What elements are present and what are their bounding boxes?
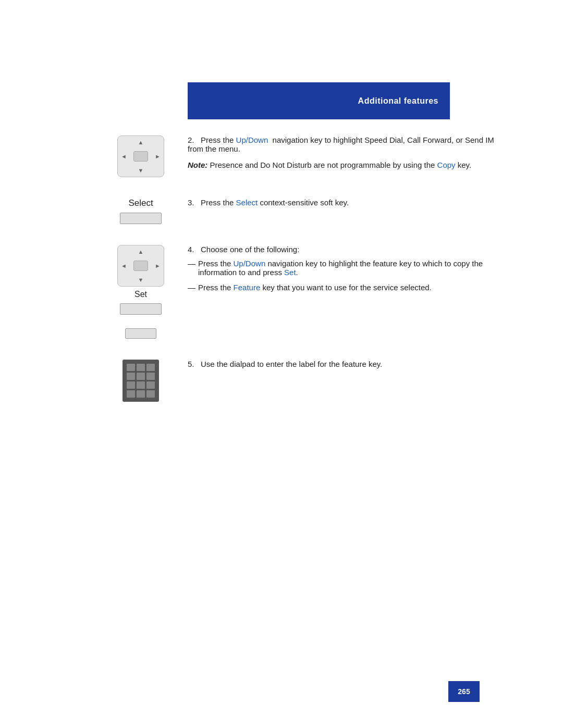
- step-3-row: Select 3. Press the Select context-sensi…: [104, 198, 495, 224]
- nav-key-icon: ▲ ▼ ◄ ►: [117, 135, 164, 177]
- arrow-right-icon: ►: [155, 153, 161, 159]
- step-4-intro: 4. Choose one of the following:: [188, 245, 495, 254]
- step4-arrow-left-icon: ◄: [121, 263, 127, 269]
- step-4-bullet-2: — Press the Feature key that you want to…: [188, 283, 495, 292]
- step-4-nav-key-icon: ▲ ▼ ◄ ►: [117, 245, 164, 287]
- feature-key-btn: [125, 328, 156, 339]
- bullet-dash-1: —: [188, 259, 198, 277]
- dialpad-icon: [123, 360, 159, 402]
- dialpad-key-3: [146, 364, 155, 371]
- dialpad-key-5: [137, 373, 145, 380]
- dialpad-key-12: [146, 390, 155, 398]
- step-5-row: 5. Use the dialpad to enter the label fo…: [104, 360, 495, 402]
- step-5-text: 5. Use the dialpad to enter the label fo…: [177, 360, 495, 368]
- step-2-icon: ▲ ▼ ◄ ►: [104, 135, 177, 177]
- step4-arrow-down-icon: ▼: [138, 277, 144, 283]
- bullet-1-text: Press the Up/Down navigation key to high…: [198, 259, 495, 277]
- dialpad-key-9: [146, 381, 155, 389]
- step-2-content: 2. Press the Up/Down navigation key to h…: [188, 135, 495, 153]
- step-5-icon: [104, 360, 177, 402]
- select-label: Select: [128, 198, 153, 208]
- step4-arrow-up-icon: ▲: [138, 249, 144, 255]
- step-4-nav-group: ▲ ▼ ◄ ► Set: [117, 245, 164, 315]
- step-3-number: 3. Press the: [188, 198, 236, 207]
- arrow-down-icon: ▼: [138, 167, 144, 174]
- step4-nav-center-button: [133, 261, 148, 271]
- select-soft-key-btn: [120, 213, 162, 224]
- dialpad-key-4: [127, 373, 135, 380]
- bullet-2-feature: Feature: [234, 283, 261, 292]
- step-2-row: ▲ ▼ ◄ ► 2. Press the Up/Down navigation …: [104, 135, 495, 177]
- step-2-updown: Up/Down: [236, 135, 268, 144]
- bullet-1-set: Set: [284, 268, 296, 277]
- page-title: Additional features: [358, 96, 438, 106]
- note-copy: Copy: [437, 161, 456, 169]
- step-2-number: 2. Press the: [188, 135, 236, 144]
- arrow-left-icon: ◄: [121, 153, 127, 159]
- page-number-box: 265: [448, 681, 480, 702]
- dialpad-key-7: [127, 381, 135, 389]
- bullet-dash-2: —: [188, 283, 198, 292]
- nav-center-button: [133, 151, 148, 162]
- dialpad-key-8: [137, 381, 145, 389]
- bullet-2-text: Press the Feature key that you want to u…: [198, 283, 495, 292]
- page-number: 265: [458, 687, 470, 696]
- step-3-rest: context-sensitive soft key.: [258, 198, 349, 207]
- step-2-text: 2. Press the Up/Down navigation key to h…: [177, 135, 495, 169]
- note-end: key.: [456, 161, 472, 169]
- page-container: Additional features ▲ ▼ ◄ ► 2. Press the…: [0, 0, 563, 728]
- dialpad-key-11: [137, 390, 145, 398]
- bullet-1-updown: Up/Down: [234, 259, 266, 268]
- header-bar: Additional features: [188, 82, 450, 119]
- dialpad-key-10: [127, 390, 135, 398]
- step-4-icon: ▲ ▼ ◄ ► Set: [104, 245, 177, 339]
- step-3-icon: Select: [104, 198, 177, 224]
- step-3-text: 3. Press the Select context-sensitive so…: [177, 198, 495, 207]
- note-label: Note:: [188, 161, 210, 169]
- set-label: Set: [134, 290, 147, 299]
- note-text: Presence and Do Not Disturb are not prog…: [210, 161, 437, 169]
- dialpad-key-6: [146, 373, 155, 380]
- feature-key-group: [125, 328, 156, 339]
- step-5-content: 5. Use the dialpad to enter the label fo…: [188, 360, 495, 368]
- step-2-note: Note: Presence and Do Not Disturb are no…: [188, 161, 495, 169]
- step-3-content: 3. Press the Select context-sensitive so…: [188, 198, 495, 207]
- arrow-up-icon: ▲: [138, 139, 144, 145]
- step-4-row: ▲ ▼ ◄ ► Set 4. Choose one of the followi…: [104, 245, 495, 339]
- dialpad-key-1: [127, 364, 135, 371]
- step-3-select: Select: [236, 198, 258, 207]
- step-4-bullet-1: — Press the Up/Down navigation key to hi…: [188, 259, 495, 277]
- step-4-text: 4. Choose one of the following: — Press …: [177, 245, 495, 292]
- content-area: ▲ ▼ ◄ ► 2. Press the Up/Down navigation …: [104, 135, 495, 423]
- set-soft-key-btn: [120, 303, 162, 315]
- dialpad-key-2: [137, 364, 145, 371]
- step4-arrow-right-icon: ►: [155, 263, 161, 269]
